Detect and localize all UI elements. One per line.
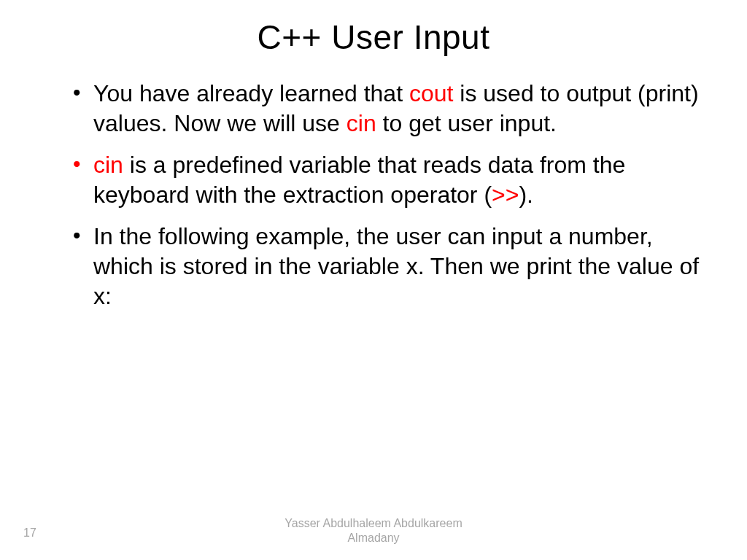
bullet-item-2: cin is a predefined variable that reads … xyxy=(73,150,700,210)
slide: C++ User Input You have already learned … xyxy=(0,0,747,560)
slide-content: You have already learned that cout is us… xyxy=(0,57,747,311)
keyword-cin: cin xyxy=(93,152,123,178)
keyword-cin: cin xyxy=(347,110,376,136)
author-line: Almadany xyxy=(0,531,747,545)
bullet-item-1: You have already learned that cout is us… xyxy=(73,79,700,139)
keyword-cout: cout xyxy=(409,80,453,106)
text-run: You have already learned that xyxy=(93,80,409,106)
slide-footer: 17 Yasser Abdulhaleem Abdulkareem Almada… xyxy=(0,516,747,545)
text-run: ). xyxy=(519,182,533,208)
page-number: 17 xyxy=(23,526,36,540)
text-run: is a predefined variable that reads data… xyxy=(93,152,625,208)
bullet-item-3: In the following example, the user can i… xyxy=(73,222,700,311)
author-line: Yasser Abdulhaleem Abdulkareem xyxy=(0,516,747,531)
author-credit: Yasser Abdulhaleem Abdulkareem Almadany xyxy=(0,516,747,545)
text-run: In the following example, the user can i… xyxy=(93,223,699,309)
text-run: to get user input. xyxy=(376,110,557,136)
slide-title: C++ User Input xyxy=(0,0,747,57)
operator-extraction: >> xyxy=(492,182,519,208)
